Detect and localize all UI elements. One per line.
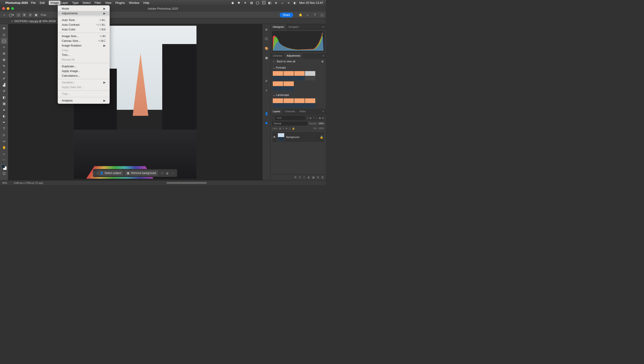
layer-name[interactable]: Background: [286, 136, 318, 138]
transform-icon[interactable]: ⬠: [161, 172, 164, 174]
battery-icon[interactable]: ▮▯: [268, 1, 272, 4]
eraser-tool-icon[interactable]: ◧: [1, 94, 7, 100]
zoom-level[interactable]: 50%: [2, 182, 7, 184]
menu-item-canvas-size-[interactable]: Canvas Size...⌥⌘C: [58, 38, 110, 43]
menu-item-trim-[interactable]: Trim...: [58, 52, 110, 57]
menu-type[interactable]: Type: [72, 1, 78, 4]
menu-image[interactable]: Image: [49, 1, 60, 5]
preset-thumb[interactable]: [283, 71, 294, 80]
control-center-icon[interactable]: ⌾: [287, 1, 290, 4]
menu-item-analysis[interactable]: Analysis▶: [58, 98, 110, 103]
menu-window[interactable]: Window: [129, 1, 139, 4]
help-icon[interactable]: ?: [313, 13, 317, 17]
status-icon-3[interactable]: ▤: [250, 1, 253, 4]
selection-intersect-icon[interactable]: ▣: [34, 12, 39, 18]
preset-thumb[interactable]: [273, 82, 283, 91]
paths-tab[interactable]: Paths: [297, 109, 308, 114]
histogram-panel-menu-icon[interactable]: ≡: [321, 24, 326, 30]
wand-tool-icon[interactable]: ✧: [1, 44, 7, 50]
horizontal-scrollbar[interactable]: [50, 182, 324, 184]
swatches-panel-icon[interactable]: 🎨: [264, 46, 269, 50]
status-icon-1[interactable]: ✱: [237, 1, 241, 4]
new-adjustment-icon[interactable]: ◐: [308, 176, 310, 179]
filter-search-icon[interactable]: ⌕: [273, 117, 274, 119]
crop-tool-icon[interactable]: ⧉: [1, 50, 7, 56]
layer-thumbnail[interactable]: [278, 133, 284, 141]
preset-thumb[interactable]: [283, 98, 294, 108]
zoom-tool-icon[interactable]: ⌕: [1, 151, 7, 156]
new-group-icon[interactable]: ▣: [312, 176, 314, 179]
menu-select[interactable]: Select: [83, 1, 91, 4]
back-to-view-all-button[interactable]: ← Back to view all: [273, 60, 295, 63]
menu-filter[interactable]: Filter: [95, 1, 101, 4]
maximize-window-button[interactable]: [11, 7, 14, 10]
link-layers-icon[interactable]: ⌘: [294, 176, 297, 179]
menu-item-duplicate-[interactable]: Duplicate...: [58, 64, 110, 69]
menu-item-auto-color[interactable]: Auto Color⇧⌘B: [58, 27, 110, 32]
shape-tool-icon[interactable]: ▭: [1, 138, 7, 144]
selection-subtract-icon[interactable]: ⧆: [28, 12, 33, 18]
plugin-panel-icon[interactable]: ⬣: [264, 121, 269, 125]
gradient-tool-icon[interactable]: ▦: [1, 100, 7, 106]
move-tool-icon[interactable]: ✥: [1, 26, 7, 31]
current-tool-icon[interactable]: ◯▾: [9, 12, 14, 18]
lock-artboard-icon[interactable]: ▢: [289, 127, 291, 130]
lock-pixels-icon[interactable]: ✎: [282, 127, 284, 130]
menu-item-auto-tone[interactable]: Auto Tone⇧⌘L: [58, 18, 110, 22]
menu-edit[interactable]: Edit: [40, 1, 45, 4]
workspace-icon[interactable]: ▢: [320, 13, 324, 17]
layer-row-background[interactable]: 👁 Background 🔒: [272, 132, 325, 143]
navigator-tab[interactable]: Navigator: [286, 24, 301, 30]
remove-background-button[interactable]: ▦ Remove background: [124, 170, 158, 176]
menu-view[interactable]: View: [105, 1, 111, 4]
pen-tool-icon[interactable]: ✒: [1, 120, 7, 125]
filter-pixel-icon[interactable]: ▢: [306, 117, 308, 119]
layer-mask-icon[interactable]: ◻: [303, 176, 305, 179]
filter-shape-icon[interactable]: ▱: [316, 117, 317, 119]
brushes-panel-icon[interactable]: ✐: [264, 79, 269, 83]
menu-item-auto-contrast[interactable]: Auto Contrast⌥⇧⌘L: [58, 22, 110, 27]
menu-plugins[interactable]: Plugins: [115, 1, 125, 4]
delete-layer-icon[interactable]: 🗑: [321, 176, 324, 179]
search-icon[interactable]: ⌕: [281, 1, 284, 4]
brush-tool-icon[interactable]: ✐: [1, 76, 7, 82]
foreground-color-swatch[interactable]: [1, 164, 5, 168]
more-options-icon[interactable]: ⋯: [171, 172, 175, 174]
dodge-tool-icon[interactable]: ◐: [1, 113, 7, 119]
portraits-section-header[interactable]: ⌄ Portraits: [273, 65, 324, 70]
cc-icon[interactable]: ◉: [231, 1, 234, 4]
close-tab-icon[interactable]: ×: [11, 20, 13, 23]
menu-file[interactable]: File: [31, 1, 36, 4]
type-tool-icon[interactable]: T: [1, 126, 7, 132]
menu-item-adjustments[interactable]: Adjustments▶: [58, 11, 110, 16]
libraries-tab[interactable]: Libraries: [270, 53, 284, 58]
marquee-tool-icon[interactable]: ◻: [1, 32, 7, 38]
frame-tool-icon[interactable]: ⊠: [1, 57, 7, 62]
lock-all-icon[interactable]: 🔒: [292, 127, 295, 130]
channels-tab[interactable]: Channels: [282, 109, 297, 114]
menu-item-image-size-[interactable]: Image Size...⌥⌘I: [58, 34, 110, 38]
path-select-tool-icon[interactable]: ▷: [1, 132, 7, 138]
foreground-background-colors[interactable]: [1, 164, 7, 170]
histogram-tab[interactable]: Histogram: [270, 24, 286, 30]
app-name[interactable]: Photoshop 2025: [5, 1, 28, 4]
adjustment-icon[interactable]: ◐: [166, 172, 169, 174]
document-dimensions[interactable]: 2160 px x 2700 px (72 ppi): [14, 182, 43, 184]
new-layer-icon[interactable]: ⊞: [317, 176, 319, 179]
search-app-icon[interactable]: ⌕: [306, 13, 310, 17]
canvas-area[interactable]: ⋮⋮ 👤 Select subject ▦ Remove background …: [8, 24, 262, 180]
menu-item-calculations-[interactable]: Calculations...: [58, 73, 110, 78]
menu-layer[interactable]: Layer: [61, 1, 68, 4]
wifi-icon[interactable]: ⊚: [274, 1, 278, 4]
hand-tool-icon[interactable]: ✋: [1, 144, 7, 150]
preset-thumb[interactable]: [305, 98, 315, 108]
status-icon-5[interactable]: A: [262, 1, 265, 4]
history-brush-tool-icon[interactable]: ↺: [1, 88, 7, 94]
preset-thumb[interactable]: [294, 98, 304, 108]
blend-mode-select[interactable]: Normal: [272, 122, 307, 126]
filter-smart-icon[interactable]: ▣: [319, 117, 321, 119]
menu-item-mode[interactable]: Mode▶: [58, 6, 110, 11]
landscape-section-header[interactable]: ⌄ Landscape: [273, 92, 324, 98]
more-tools-icon[interactable]: ⋯: [1, 157, 7, 163]
preset-thumb[interactable]: [273, 98, 283, 108]
